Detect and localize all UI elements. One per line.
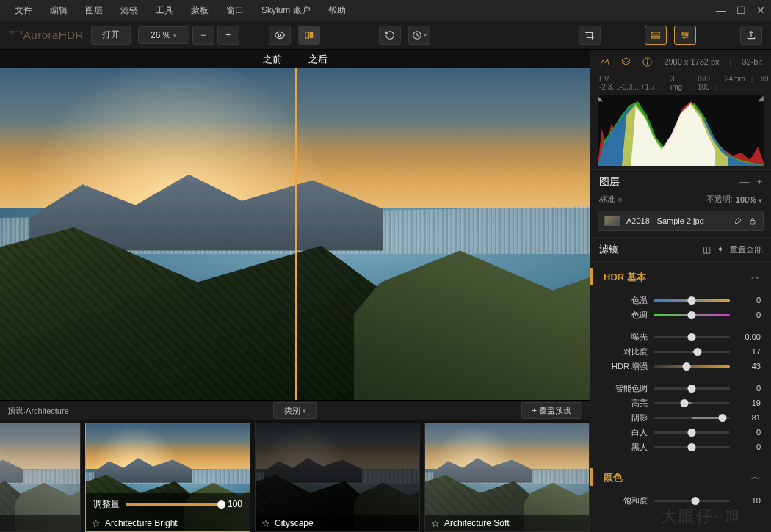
compare-toggle[interactable] (298, 26, 320, 45)
compare-split-handle[interactable] (295, 68, 297, 400)
preset-name: Architecture Soft (444, 518, 510, 528)
image-dimensions: 2900 x 1732 px (664, 57, 719, 66)
menu-window[interactable]: 窗口 (217, 1, 253, 20)
menu-mask[interactable]: 蒙板 (182, 1, 217, 20)
filter-group-color[interactable]: 颜色︿ (590, 462, 771, 492)
zoom-dropdown[interactable]: 26 % ▾ (138, 26, 189, 44)
menu-file[interactable]: 文件 (6, 1, 41, 20)
blend-mode-dropdown[interactable]: 标准 ◇ (599, 194, 623, 205)
lock-icon[interactable] (748, 216, 757, 225)
brush-icon[interactable] (734, 216, 742, 225)
preset-thumb[interactable]: ☆Cityscape (255, 423, 420, 532)
zoom-out-button[interactable]: − (192, 26, 214, 45)
meta-row: EV -2.3,...-0.3,...+1.73 imgISO 10024mmf… (590, 73, 771, 95)
slider-list: 色温0 色调0 曝光0.00 对比度17 HDR 增强43 智能色调0 高亮-1… (590, 291, 771, 462)
filters-panel-button[interactable] (674, 26, 696, 45)
open-button[interactable]: 打开 (91, 26, 131, 45)
slider-whites[interactable]: 白人0 (590, 425, 761, 440)
slider-shadows[interactable]: 阴影81 (590, 410, 761, 425)
svg-point-11 (684, 36, 685, 37)
preset-bar: 预设: Architecture 类别 ▾ + 覆盖预设 (0, 400, 590, 420)
filters-section-header: 滤镜 ◫ ✦ 重置全部 (590, 237, 771, 262)
layer-blend-row: 标准 ◇ 不透明: 100% ▾ (590, 194, 771, 211)
menu-help[interactable]: 帮助 (319, 1, 355, 20)
maximize-icon[interactable]: ☐ (736, 4, 746, 16)
preview-toggle[interactable] (269, 26, 291, 45)
preset-name: Cityscape (275, 518, 314, 528)
filter-group-hdr-basic[interactable]: HDR 基本︿ (590, 262, 771, 291)
overlay-preset-button[interactable]: + 覆盖预设 (521, 402, 582, 419)
presets-panel-button[interactable] (645, 26, 667, 45)
add-layer-icon[interactable]: + (756, 176, 762, 187)
star-icon[interactable]: ☆ (261, 518, 270, 529)
svg-rect-4 (652, 32, 660, 34)
image-canvas[interactable] (0, 68, 590, 400)
slider-contrast[interactable]: 对比度17 (590, 344, 761, 359)
preset-name: Architecture Bright (105, 518, 178, 528)
close-icon[interactable]: ✕ (756, 4, 765, 16)
layer-item[interactable]: A2018 - Sample 2.jpg (598, 211, 764, 231)
viewport-column: 之前 之后 预设: Architecture 类别 ▾ + 覆盖预设 ☆tic (0, 50, 590, 532)
reset-filter-icon[interactable]: ✦ (717, 244, 724, 255)
minimize-icon[interactable]: — (716, 4, 726, 16)
window-controls: — ☐ ✕ (716, 4, 765, 16)
opacity-label: 不透明: (706, 194, 733, 205)
slider-hdr-enhance[interactable]: HDR 增强43 (590, 359, 761, 374)
svg-rect-2 (309, 32, 313, 37)
chevron-up-icon: ︿ (751, 471, 759, 482)
layers-tab-icon[interactable] (620, 57, 631, 68)
preset-category-label: Architecture (26, 407, 69, 415)
menu-edit[interactable]: 编辑 (41, 1, 76, 20)
slider-highlights[interactable]: 高亮-19 (590, 396, 761, 410)
layer-thumb-icon (604, 216, 620, 226)
preset-thumb-selected[interactable]: 调整量100 ☆Architecture Bright (85, 423, 250, 532)
category-dropdown[interactable]: 类别 ▾ (273, 402, 317, 419)
opacity-dropdown[interactable]: 100% ▾ (736, 195, 762, 204)
slider-saturation[interactable]: 饱和度10 (590, 493, 761, 508)
menu-layers[interactable]: 图层 (76, 1, 112, 20)
slider-tint[interactable]: 色调0 (590, 307, 761, 322)
star-icon[interactable]: ☆ (92, 518, 101, 529)
svg-point-10 (686, 34, 687, 35)
preset-thumb[interactable]: ☆Architecture Soft (424, 423, 590, 532)
undo-button[interactable] (379, 26, 401, 45)
toolbar: 2018AuroraHDR 打开 26 % ▾ − + ▾ (0, 21, 771, 50)
menu-account[interactable]: Skylum 账户 (253, 1, 319, 20)
panel-tabs: 2900 x 1732 px | 32-bit (590, 50, 771, 73)
info-tab-icon[interactable] (642, 57, 653, 68)
image-bitdepth: 32-bit (742, 57, 762, 66)
menu-bar: 文件 编辑 图层 滤镜 工具 蒙板 窗口 Skylum 账户 帮助 — ☐ ✕ (0, 0, 771, 21)
chevron-up-icon: ︿ (751, 271, 759, 282)
svg-point-0 (278, 34, 281, 37)
slider-temperature[interactable]: 色温0 (590, 293, 761, 307)
star-icon[interactable]: ☆ (431, 518, 440, 529)
histogram[interactable]: ◣ ◢ (598, 95, 764, 166)
slider-list-color: 饱和度10 (590, 492, 771, 515)
preset-thumb[interactable]: ☆tic (0, 423, 81, 532)
svg-rect-1 (305, 32, 309, 37)
before-label: 之前 (0, 50, 295, 68)
svg-point-9 (683, 32, 684, 33)
after-pane (295, 68, 590, 400)
crop-button[interactable] (579, 26, 601, 45)
svg-rect-5 (652, 36, 660, 38)
preset-strip[interactable]: ☆tic 调整量100 ☆Architecture Bright ☆Citysc… (0, 420, 590, 532)
svg-marker-12 (622, 57, 630, 62)
preset-amount-slider[interactable]: 调整量100 (86, 493, 250, 515)
history-button[interactable]: ▾ (408, 26, 430, 45)
compare-filter-icon[interactable]: ◫ (703, 244, 711, 255)
histogram-tab-icon[interactable] (599, 57, 610, 68)
menu-tools[interactable]: 工具 (147, 1, 182, 20)
menu-filters[interactable]: 滤镜 (112, 1, 147, 20)
collapse-layers-icon[interactable]: — (739, 176, 749, 187)
slider-smart-tone[interactable]: 智能色调0 (590, 381, 761, 396)
presets-label: 预设: (7, 405, 26, 416)
slider-blacks[interactable]: 黑人0 (590, 440, 761, 454)
zoom-in-button[interactable]: + (217, 26, 239, 45)
export-button[interactable] (740, 26, 762, 45)
slider-exposure[interactable]: 曝光0.00 (590, 329, 761, 344)
svg-point-15 (647, 59, 648, 60)
compare-labels: 之前 之后 (0, 50, 590, 68)
layers-section-header: 图层 — + (590, 169, 771, 194)
reset-all-button[interactable]: 重置全部 (730, 244, 762, 255)
